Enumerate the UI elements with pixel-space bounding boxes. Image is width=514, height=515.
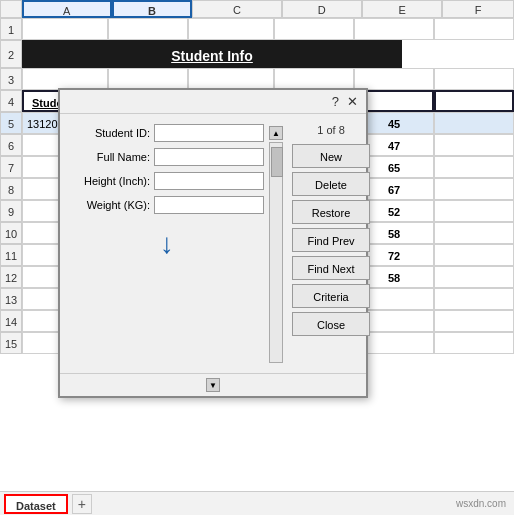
cell-f8[interactable]	[434, 178, 514, 200]
row-num-1: 1	[0, 18, 22, 40]
cell-b2[interactable]: Student Info	[22, 40, 402, 68]
row-num-14: 14	[0, 310, 22, 332]
col-header-a: A	[22, 0, 112, 18]
col-header-f: F	[442, 0, 514, 18]
new-button[interactable]: New	[292, 144, 370, 168]
weight-input[interactable]	[154, 196, 264, 214]
row-num-15: 15	[0, 332, 22, 354]
row-num-3: 3	[0, 68, 22, 90]
cell-e3[interactable]	[274, 68, 354, 90]
row-num-10: 10	[0, 222, 22, 244]
dialog-scrollbar: ▲	[268, 124, 284, 363]
row-num-5: 5	[0, 112, 22, 134]
cell-f15[interactable]	[434, 332, 514, 354]
form-label-fullname: Full Name:	[70, 151, 150, 163]
cell-b3[interactable]	[22, 68, 108, 90]
criteria-button[interactable]: Criteria	[292, 284, 370, 308]
col-header-b: B	[112, 0, 193, 18]
row-num-6: 6	[0, 134, 22, 156]
close-button[interactable]: Close	[292, 312, 370, 336]
row-num-9: 9	[0, 200, 22, 222]
form-label-studentid: Student ID:	[70, 127, 150, 139]
record-info: 1 of 8	[292, 124, 370, 136]
cell-c3[interactable]	[108, 68, 188, 90]
scroll-thumb	[271, 147, 283, 177]
form-row-fullname: Full Name:	[70, 148, 264, 166]
row-num-2: 2	[0, 40, 22, 68]
studentid-input[interactable]	[154, 124, 264, 142]
table-row: 3	[0, 68, 514, 90]
cell-f9[interactable]	[434, 200, 514, 222]
col-header-c: C	[192, 0, 281, 18]
sheet-tab-dataset[interactable]: Dataset	[4, 494, 68, 514]
delete-button[interactable]: Delete	[292, 172, 370, 196]
cell-f6[interactable]	[434, 134, 514, 156]
cell-c1[interactable]	[108, 18, 188, 40]
dialog-title-bar: ? ✕	[60, 90, 366, 114]
form-label-weight: Weight (KG):	[70, 199, 150, 211]
restore-button[interactable]: Restore	[292, 200, 370, 224]
table-row: 2 Student Info	[0, 40, 514, 68]
dialog-body: Student ID: Full Name: Height (Inch): We…	[60, 114, 366, 373]
dialog: ? ✕ Student ID: Full Name: Height	[58, 88, 368, 398]
spreadsheet: A B C D E F 1 2 Student Info 3	[0, 0, 514, 515]
down-arrow-icon: ↓	[70, 228, 264, 260]
cell-f4[interactable]	[434, 90, 514, 112]
cell-e1[interactable]	[274, 18, 354, 40]
cell-f13[interactable]	[434, 288, 514, 310]
fullname-input[interactable]	[154, 148, 264, 166]
row-num-13: 13	[0, 288, 22, 310]
form-row-studentid: Student ID:	[70, 124, 264, 142]
col-headers-row: A B C D E F	[0, 0, 514, 18]
cell-f10[interactable]	[434, 222, 514, 244]
form-label-height: Height (Inch):	[70, 175, 150, 187]
row-num-11: 11	[0, 244, 22, 266]
corner-cell	[0, 0, 22, 18]
table-row: 1	[0, 18, 514, 40]
tab-bar: Dataset + wsxdn.com	[0, 491, 514, 515]
cell-f14[interactable]	[434, 310, 514, 332]
scroll-up-arrow[interactable]: ▲	[269, 126, 283, 140]
cell-d3[interactable]	[188, 68, 274, 90]
row-num-4: 4	[0, 90, 22, 112]
watermark: wsxdn.com	[456, 498, 514, 509]
dialog-buttons: 1 of 8 New Delete Restore Find Prev Find…	[292, 124, 370, 363]
dialog-close-icon[interactable]: ✕	[347, 94, 358, 109]
col-header-e: E	[362, 0, 442, 18]
cell-f7[interactable]	[434, 156, 514, 178]
height-input[interactable]	[154, 172, 264, 190]
cell-d1[interactable]	[188, 18, 274, 40]
dialog-form: Student ID: Full Name: Height (Inch): We…	[70, 124, 264, 363]
dialog-title-icons: ? ✕	[332, 94, 358, 109]
cell-f12[interactable]	[434, 266, 514, 288]
dialog-bottom-scroll: ▼	[60, 373, 366, 396]
cell-e1b[interactable]	[354, 18, 434, 40]
cell-b1[interactable]	[22, 18, 108, 40]
form-row-height: Height (Inch):	[70, 172, 264, 190]
cell-e3b[interactable]	[354, 68, 434, 90]
cell-f3[interactable]	[434, 68, 514, 90]
form-row-weight: Weight (KG):	[70, 196, 264, 214]
cell-f1[interactable]	[434, 18, 514, 40]
row-num-7: 7	[0, 156, 22, 178]
scroll-track[interactable]	[269, 142, 283, 363]
row-num-8: 8	[0, 178, 22, 200]
find-prev-button[interactable]: Find Prev	[292, 228, 370, 252]
cell-f5[interactable]	[434, 112, 514, 134]
cell-f11[interactable]	[434, 244, 514, 266]
scroll-down-arrow[interactable]: ▼	[206, 378, 220, 392]
row-num-12: 12	[0, 266, 22, 288]
add-sheet-button[interactable]: +	[72, 494, 92, 514]
col-header-d: D	[282, 0, 362, 18]
find-next-button[interactable]: Find Next	[292, 256, 370, 280]
dialog-help-icon[interactable]: ?	[332, 94, 339, 109]
